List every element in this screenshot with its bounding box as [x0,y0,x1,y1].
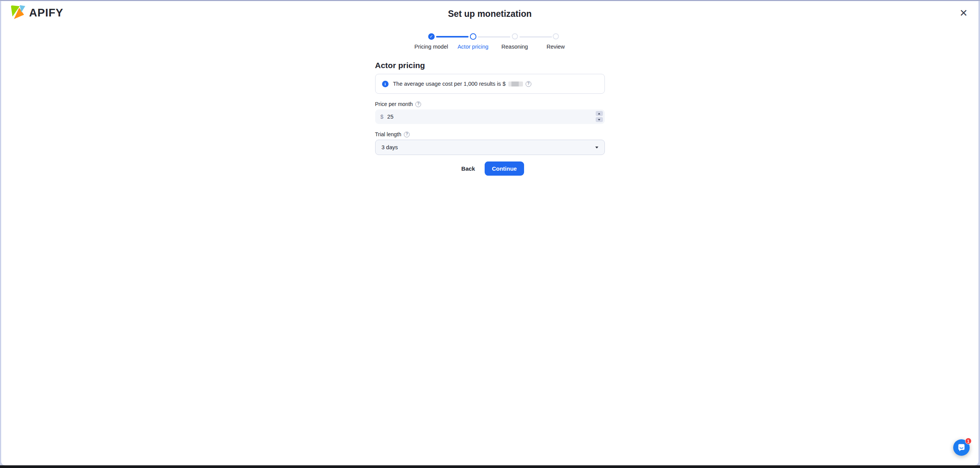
notification-badge: 1 [965,438,972,444]
check-icon: ✓ [430,34,433,39]
modal-title: Set up monetization [1,9,978,19]
banner-text: The average usage cost per 1,000 results… [393,81,531,87]
page-title: Actor pricing [375,61,605,70]
page-top-edge [0,0,980,1]
stepper-connector [519,36,552,38]
arrow-up-icon [598,113,600,114]
wizard-stepper: ✓ Pricing model Actor pricing Reasoning … [414,33,566,51]
decrement-button[interactable] [596,117,603,122]
price-field-wrap: $ [375,109,605,124]
trial-length-label: Trial length ? [375,131,605,137]
chat-launcher-button[interactable]: 1 [953,439,970,456]
increment-button[interactable] [596,111,603,116]
info-icon: i [382,81,389,87]
step-circle-actor-pricing [470,33,476,40]
stepper-connector [478,36,510,38]
help-icon[interactable]: ? [526,81,531,87]
continue-button[interactable]: Continue [485,161,524,176]
form-content: Actor pricing i The average usage cost p… [375,61,605,176]
step-circle-reasoning [512,33,518,39]
trial-length-selected-value: 3 days [382,144,398,150]
step-circle-review [553,33,559,39]
trial-length-label-text: Trial length [375,131,402,137]
close-icon[interactable]: ✕ [959,8,968,18]
chevron-down-icon [595,147,598,148]
price-per-month-label-text: Price per month [375,101,413,107]
stepper-connector-filled [436,36,469,38]
step-label-reasoning[interactable]: Reasoning [501,44,528,50]
help-icon[interactable]: ? [415,101,421,107]
step-circle-pricing-model: ✓ [428,33,434,40]
arrow-down-icon [598,119,600,121]
back-button[interactable]: Back [456,162,481,175]
chat-bubble-icon [957,443,966,452]
step-label-pricing-model[interactable]: Pricing model [415,44,448,50]
step-label-actor-pricing[interactable]: Actor pricing [457,44,488,50]
average-cost-banner: i The average usage cost per 1,000 resul… [375,74,605,94]
page-bottom-edge [0,465,980,468]
wizard-actions: Back Continue [375,161,605,176]
banner-text-label: The average usage cost per 1,000 results… [393,81,506,87]
price-per-month-label: Price per month ? [375,101,605,107]
trial-length-select[interactable]: 3 days [375,140,605,155]
price-stepper [596,111,603,122]
monetization-modal: APIFY Set up monetization ✕ ✓ Pricing mo… [1,1,978,465]
step-label-review[interactable]: Review [547,44,565,50]
redacted-value [508,82,523,86]
price-input[interactable] [387,114,599,120]
help-icon[interactable]: ? [404,132,410,137]
currency-prefix: $ [381,114,384,120]
